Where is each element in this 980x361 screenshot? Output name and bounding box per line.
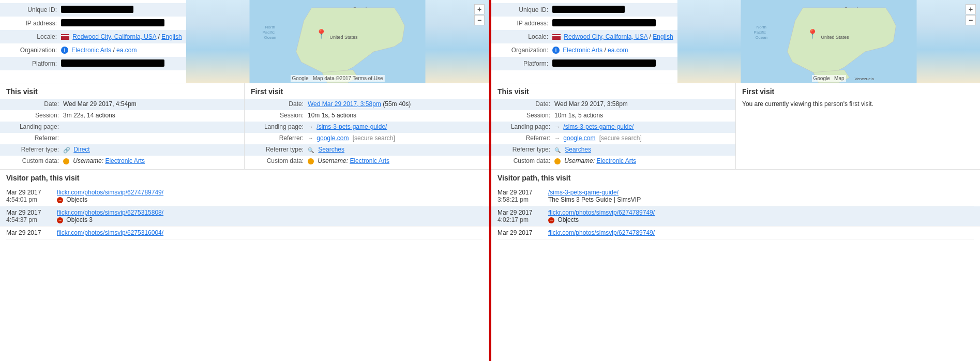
right-fv-note-row: You are currently viewing this person's …	[742, 99, 974, 110]
right-map-attribution: Google Map	[811, 75, 846, 82]
ip-redacted	[61, 19, 164, 26]
left-first-visit: First visit Date: Wed Mar 29 2017, 3:58p…	[245, 83, 489, 169]
right-path-date-col-2: Mar 29 2017 4:02:17 pm	[497, 209, 544, 223]
search-icon	[308, 146, 315, 154]
left-fv-referrer-label: Referrer:	[251, 134, 308, 142]
right-google-label: Google	[813, 76, 830, 81]
path-icon-2	[57, 217, 63, 223]
left-fv-reftype-value: Searches	[308, 146, 483, 154]
right-map-block: Canada North Pacific Ocean Venezuela Mex…	[677, 0, 980, 83]
left-fv-landing-link[interactable]: /sims-3-pets-game-guide/	[316, 123, 387, 130]
left-fv-session-value: 10m 1s, 5 actions	[308, 112, 483, 119]
custom-data-icon-fv	[308, 158, 314, 164]
right-platform-label: Platform:	[495, 60, 552, 67]
left-fv-referrer-row: Referrer: → google.com [secure search]	[251, 133, 483, 144]
left-fv-referrer-link[interactable]: google.com	[316, 134, 349, 142]
left-referrer-label: Referrer:	[6, 134, 63, 142]
zoom-in-button[interactable]: +	[474, 4, 485, 14]
right-locale-lang-link[interactable]: English	[653, 33, 673, 40]
right-path-title-2: Objects	[548, 216, 974, 223]
right-path-url-2[interactable]: flickr.com/photos/simsvip/6274789749/	[548, 209, 655, 216]
left-fv-date-link[interactable]: Wed Mar 29 2017, 3:58pm	[308, 100, 381, 108]
left-path-content-3: flickr.com/photos/simsvip/6275316004/	[57, 229, 483, 236]
right-path-url-3[interactable]: flickr.com/photos/simsvip/6274789749/	[548, 229, 655, 236]
unique-id-redacted	[61, 6, 133, 13]
left-path-url-3[interactable]: flickr.com/photos/simsvip/6275316004/	[57, 229, 163, 236]
right-landing-link[interactable]: /sims-3-pets-game-guide/	[563, 123, 634, 130]
right-date-row: Date: Wed Mar 29 2017, 3:58pm	[491, 99, 735, 110]
right-referrer-link[interactable]: google.com	[563, 134, 595, 142]
right-platform-value	[552, 59, 656, 68]
left-fv-custom-label: Custom data:	[251, 157, 308, 164]
right-flag-icon	[552, 34, 561, 40]
left-path-time-1: 4:54:01 pm	[6, 196, 53, 203]
right-path-content-3: flickr.com/photos/simsvip/6274789749/	[548, 229, 974, 236]
left-fv-date-label: Date:	[251, 100, 308, 108]
left-fv-custom-link[interactable]: Electronic Arts	[350, 157, 389, 164]
right-org-label: Organization:	[495, 47, 552, 54]
right-map-controls: + −	[966, 4, 976, 25]
right-landing-value: → /sims-3-pets-game-guide/	[554, 123, 729, 130]
right-org-row: Organization: i Electronic Arts / ea.com	[491, 43, 677, 57]
org-value: i Electronic Arts / ea.com	[61, 47, 137, 54]
right-reftype-link[interactable]: Searches	[565, 146, 591, 153]
locale-lang-link[interactable]: English	[161, 33, 182, 40]
right-ip-row: IP address:	[491, 17, 677, 30]
left-date-row: Date: Wed Mar 29 2017, 4:54pm	[0, 99, 244, 110]
right-this-visit-title: This visit	[497, 87, 729, 96]
right-path-date-col-3: Mar 29 2017	[497, 229, 544, 236]
page-link-icon: →	[308, 124, 313, 130]
right-org-value: i Electronic Arts / ea.com	[552, 47, 628, 54]
right-path-date-3: Mar 29 2017	[497, 229, 544, 236]
right-referrer-row: Referrer: → google.com [secure search]	[497, 133, 729, 144]
left-fv-reftype-row: Referrer type: Searches	[245, 144, 489, 156]
path-icon-1	[57, 197, 63, 203]
right-path-date-2: Mar 29 2017	[497, 209, 544, 216]
right-org-domain-link[interactable]: ea.com	[608, 47, 628, 54]
svg-text:📍: 📍	[315, 28, 327, 40]
right-locale-link[interactable]: Redwood City, California, USA	[564, 33, 647, 40]
right-locale-label: Locale:	[495, 33, 552, 40]
right-locale-row: Locale: Redwood City, California, USA / …	[491, 30, 677, 43]
unique-id-value	[61, 6, 133, 14]
left-fv-custom-username-label: Username:	[318, 157, 348, 164]
unique-id-row: Unique ID:	[0, 3, 186, 17]
left-custom-link[interactable]: Electronic Arts	[105, 157, 145, 164]
right-path-entry-2: Mar 29 2017 4:02:17 pm flickr.com/photos…	[491, 206, 980, 227]
right-path-url-1[interactable]: /sims-3-pets-game-guide/	[548, 189, 619, 196]
left-reftype-label: Referrer type:	[6, 146, 63, 153]
right-unique-id-value	[552, 6, 625, 14]
left-fv-reftype-link[interactable]: Searches	[318, 146, 344, 153]
right-path-entry-3: Mar 29 2017 flickr.com/photos/simsvip/62…	[497, 227, 974, 239]
right-path-title-1: The Sims 3 Pets Guide | SimsVIP	[548, 196, 974, 203]
right-map: Canada North Pacific Ocean Venezuela Mex…	[677, 0, 980, 83]
right-path-title: Visitor path, this visit	[497, 174, 974, 182]
svg-text:Pacific: Pacific	[754, 30, 766, 35]
zoom-out-button[interactable]: −	[474, 15, 485, 25]
org-link[interactable]: Electronic Arts	[71, 47, 111, 54]
right-info-block: Unique ID: IP address: Locale: Redwood	[491, 0, 677, 83]
right-org-link[interactable]: Electronic Arts	[563, 47, 602, 54]
locale-link[interactable]: Redwood City, California, USA	[72, 33, 156, 40]
right-zoom-out-button[interactable]: −	[966, 15, 976, 25]
right-unique-id-row: Unique ID:	[491, 3, 677, 17]
org-domain-link[interactable]: ea.com	[116, 47, 137, 54]
left-path-url-1[interactable]: flickr.com/photos/simsvip/6274789749/	[57, 189, 163, 196]
left-fv-session-row: Session: 10m 1s, 5 actions	[251, 110, 483, 122]
google-label: Google	[292, 76, 308, 81]
left-path-url-2[interactable]: flickr.com/photos/simsvip/6275315808/	[57, 209, 163, 216]
left-reftype-link[interactable]: Direct	[73, 146, 89, 153]
locale-label: Locale:	[4, 33, 61, 40]
org-label: Organization:	[4, 47, 61, 54]
left-custom-row: Custom data: Username: Electronic Arts	[6, 156, 238, 167]
right-zoom-in-button[interactable]: +	[966, 4, 976, 14]
right-unique-id-redacted	[552, 6, 625, 13]
left-fv-date-value: Wed Mar 29 2017, 3:58pm (55m 40s)	[308, 100, 483, 108]
left-referrer-row: Referrer:	[6, 133, 238, 144]
right-custom-link[interactable]: Electronic Arts	[596, 157, 636, 164]
left-path-entry-2: Mar 29 2017 4:54:37 pm flickr.com/photos…	[0, 206, 489, 227]
left-session-value: 3m 22s, 14 actions	[63, 112, 238, 119]
left-first-visit-title: First visit	[251, 87, 483, 96]
right-fv-note: You are currently viewing this person's …	[742, 100, 974, 108]
right-info-icon: i	[552, 47, 560, 54]
